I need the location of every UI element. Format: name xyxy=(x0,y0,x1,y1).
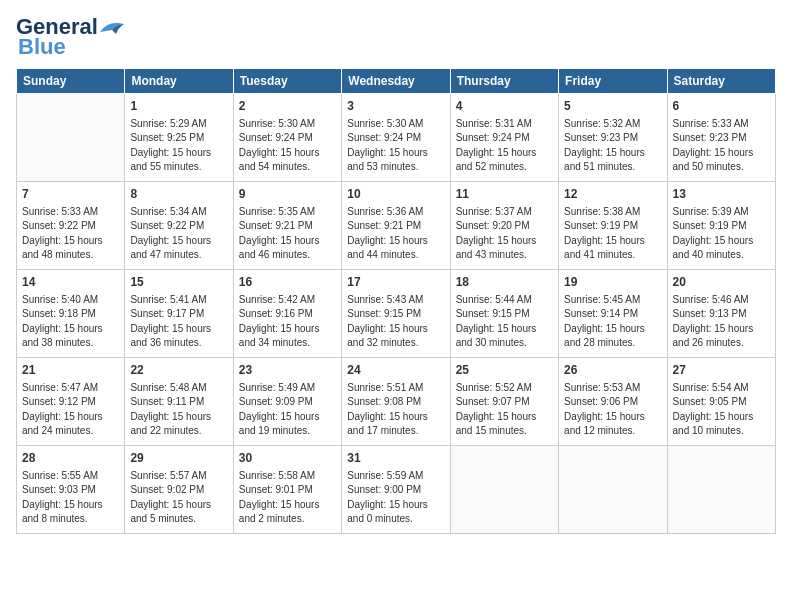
calendar-day: 14Sunrise: 5:40 AM Sunset: 9:18 PM Dayli… xyxy=(17,270,125,358)
calendar-week-5: 28Sunrise: 5:55 AM Sunset: 9:03 PM Dayli… xyxy=(17,446,776,534)
day-info: Sunrise: 5:38 AM Sunset: 9:19 PM Dayligh… xyxy=(564,205,661,263)
day-number: 9 xyxy=(239,186,336,203)
day-number: 13 xyxy=(673,186,770,203)
day-number: 28 xyxy=(22,450,119,467)
day-number: 20 xyxy=(673,274,770,291)
day-info: Sunrise: 5:30 AM Sunset: 9:24 PM Dayligh… xyxy=(347,117,444,175)
calendar-day: 3Sunrise: 5:30 AM Sunset: 9:24 PM Daylig… xyxy=(342,94,450,182)
day-info: Sunrise: 5:41 AM Sunset: 9:17 PM Dayligh… xyxy=(130,293,227,351)
calendar-day: 22Sunrise: 5:48 AM Sunset: 9:11 PM Dayli… xyxy=(125,358,233,446)
calendar-day: 4Sunrise: 5:31 AM Sunset: 9:24 PM Daylig… xyxy=(450,94,558,182)
calendar-table: SundayMondayTuesdayWednesdayThursdayFrid… xyxy=(16,68,776,534)
calendar-header-saturday: Saturday xyxy=(667,69,775,94)
calendar-day: 18Sunrise: 5:44 AM Sunset: 9:15 PM Dayli… xyxy=(450,270,558,358)
day-number: 2 xyxy=(239,98,336,115)
calendar-day xyxy=(17,94,125,182)
day-info: Sunrise: 5:49 AM Sunset: 9:09 PM Dayligh… xyxy=(239,381,336,439)
day-number: 11 xyxy=(456,186,553,203)
calendar-day: 20Sunrise: 5:46 AM Sunset: 9:13 PM Dayli… xyxy=(667,270,775,358)
calendar-header-tuesday: Tuesday xyxy=(233,69,341,94)
day-number: 25 xyxy=(456,362,553,379)
day-number: 12 xyxy=(564,186,661,203)
day-number: 17 xyxy=(347,274,444,291)
calendar-week-3: 14Sunrise: 5:40 AM Sunset: 9:18 PM Dayli… xyxy=(17,270,776,358)
calendar-week-4: 21Sunrise: 5:47 AM Sunset: 9:12 PM Dayli… xyxy=(17,358,776,446)
calendar-day: 31Sunrise: 5:59 AM Sunset: 9:00 PM Dayli… xyxy=(342,446,450,534)
day-number: 30 xyxy=(239,450,336,467)
logo-blue: Blue xyxy=(18,34,66,60)
day-info: Sunrise: 5:32 AM Sunset: 9:23 PM Dayligh… xyxy=(564,117,661,175)
day-info: Sunrise: 5:39 AM Sunset: 9:19 PM Dayligh… xyxy=(673,205,770,263)
day-number: 18 xyxy=(456,274,553,291)
calendar-day: 12Sunrise: 5:38 AM Sunset: 9:19 PM Dayli… xyxy=(559,182,667,270)
calendar-day: 9Sunrise: 5:35 AM Sunset: 9:21 PM Daylig… xyxy=(233,182,341,270)
calendar-body: 1Sunrise: 5:29 AM Sunset: 9:25 PM Daylig… xyxy=(17,94,776,534)
day-number: 14 xyxy=(22,274,119,291)
calendar-day: 16Sunrise: 5:42 AM Sunset: 9:16 PM Dayli… xyxy=(233,270,341,358)
day-info: Sunrise: 5:35 AM Sunset: 9:21 PM Dayligh… xyxy=(239,205,336,263)
day-number: 26 xyxy=(564,362,661,379)
calendar-header-thursday: Thursday xyxy=(450,69,558,94)
day-number: 27 xyxy=(673,362,770,379)
day-number: 22 xyxy=(130,362,227,379)
calendar-day: 27Sunrise: 5:54 AM Sunset: 9:05 PM Dayli… xyxy=(667,358,775,446)
calendar-header-wednesday: Wednesday xyxy=(342,69,450,94)
day-info: Sunrise: 5:33 AM Sunset: 9:23 PM Dayligh… xyxy=(673,117,770,175)
day-info: Sunrise: 5:30 AM Sunset: 9:24 PM Dayligh… xyxy=(239,117,336,175)
calendar-week-2: 7Sunrise: 5:33 AM Sunset: 9:22 PM Daylig… xyxy=(17,182,776,270)
day-info: Sunrise: 5:57 AM Sunset: 9:02 PM Dayligh… xyxy=(130,469,227,527)
day-number: 8 xyxy=(130,186,227,203)
day-number: 10 xyxy=(347,186,444,203)
day-info: Sunrise: 5:45 AM Sunset: 9:14 PM Dayligh… xyxy=(564,293,661,351)
logo: General Blue xyxy=(16,16,126,60)
calendar-day: 2Sunrise: 5:30 AM Sunset: 9:24 PM Daylig… xyxy=(233,94,341,182)
day-number: 4 xyxy=(456,98,553,115)
day-info: Sunrise: 5:55 AM Sunset: 9:03 PM Dayligh… xyxy=(22,469,119,527)
calendar-day xyxy=(450,446,558,534)
day-number: 21 xyxy=(22,362,119,379)
calendar-day: 19Sunrise: 5:45 AM Sunset: 9:14 PM Dayli… xyxy=(559,270,667,358)
day-info: Sunrise: 5:43 AM Sunset: 9:15 PM Dayligh… xyxy=(347,293,444,351)
day-info: Sunrise: 5:42 AM Sunset: 9:16 PM Dayligh… xyxy=(239,293,336,351)
day-number: 15 xyxy=(130,274,227,291)
day-info: Sunrise: 5:48 AM Sunset: 9:11 PM Dayligh… xyxy=(130,381,227,439)
calendar-day: 1Sunrise: 5:29 AM Sunset: 9:25 PM Daylig… xyxy=(125,94,233,182)
calendar-day: 5Sunrise: 5:32 AM Sunset: 9:23 PM Daylig… xyxy=(559,94,667,182)
calendar-day: 24Sunrise: 5:51 AM Sunset: 9:08 PM Dayli… xyxy=(342,358,450,446)
day-number: 29 xyxy=(130,450,227,467)
day-info: Sunrise: 5:31 AM Sunset: 9:24 PM Dayligh… xyxy=(456,117,553,175)
day-number: 24 xyxy=(347,362,444,379)
day-number: 19 xyxy=(564,274,661,291)
day-number: 5 xyxy=(564,98,661,115)
day-info: Sunrise: 5:59 AM Sunset: 9:00 PM Dayligh… xyxy=(347,469,444,527)
day-info: Sunrise: 5:44 AM Sunset: 9:15 PM Dayligh… xyxy=(456,293,553,351)
logo-bird-icon xyxy=(98,16,126,38)
day-info: Sunrise: 5:47 AM Sunset: 9:12 PM Dayligh… xyxy=(22,381,119,439)
calendar-header-sunday: Sunday xyxy=(17,69,125,94)
day-info: Sunrise: 5:34 AM Sunset: 9:22 PM Dayligh… xyxy=(130,205,227,263)
day-info: Sunrise: 5:52 AM Sunset: 9:07 PM Dayligh… xyxy=(456,381,553,439)
day-number: 23 xyxy=(239,362,336,379)
calendar-day: 11Sunrise: 5:37 AM Sunset: 9:20 PM Dayli… xyxy=(450,182,558,270)
day-number: 6 xyxy=(673,98,770,115)
calendar-week-1: 1Sunrise: 5:29 AM Sunset: 9:25 PM Daylig… xyxy=(17,94,776,182)
calendar-day: 23Sunrise: 5:49 AM Sunset: 9:09 PM Dayli… xyxy=(233,358,341,446)
day-number: 1 xyxy=(130,98,227,115)
calendar-day: 6Sunrise: 5:33 AM Sunset: 9:23 PM Daylig… xyxy=(667,94,775,182)
day-number: 16 xyxy=(239,274,336,291)
calendar-day: 29Sunrise: 5:57 AM Sunset: 9:02 PM Dayli… xyxy=(125,446,233,534)
calendar-header-monday: Monday xyxy=(125,69,233,94)
calendar-day: 25Sunrise: 5:52 AM Sunset: 9:07 PM Dayli… xyxy=(450,358,558,446)
calendar-day: 15Sunrise: 5:41 AM Sunset: 9:17 PM Dayli… xyxy=(125,270,233,358)
day-info: Sunrise: 5:58 AM Sunset: 9:01 PM Dayligh… xyxy=(239,469,336,527)
day-info: Sunrise: 5:29 AM Sunset: 9:25 PM Dayligh… xyxy=(130,117,227,175)
page-header: General Blue xyxy=(16,16,776,60)
day-number: 7 xyxy=(22,186,119,203)
calendar-day xyxy=(559,446,667,534)
calendar-day: 26Sunrise: 5:53 AM Sunset: 9:06 PM Dayli… xyxy=(559,358,667,446)
calendar-day: 28Sunrise: 5:55 AM Sunset: 9:03 PM Dayli… xyxy=(17,446,125,534)
calendar-day: 7Sunrise: 5:33 AM Sunset: 9:22 PM Daylig… xyxy=(17,182,125,270)
calendar-day: 8Sunrise: 5:34 AM Sunset: 9:22 PM Daylig… xyxy=(125,182,233,270)
calendar-day: 10Sunrise: 5:36 AM Sunset: 9:21 PM Dayli… xyxy=(342,182,450,270)
calendar-header-row: SundayMondayTuesdayWednesdayThursdayFrid… xyxy=(17,69,776,94)
